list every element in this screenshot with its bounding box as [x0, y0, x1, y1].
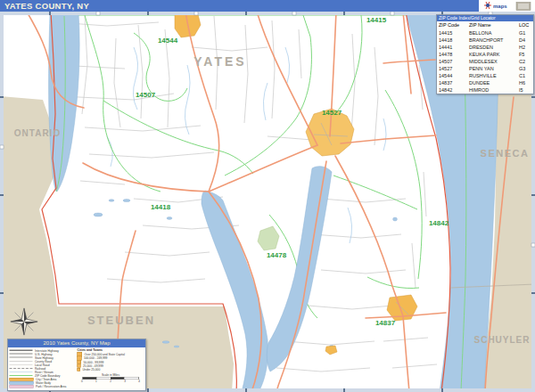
map-page: YATES COUNTY, NY maps	[0, 0, 535, 392]
zip-index-row: 14415BELLONAG1	[437, 29, 533, 37]
svg-text:14478: 14478	[267, 251, 287, 259]
zip-code-index-panel: ZIP Code Index/Grid Locator ZIP Code ZIP…	[436, 14, 534, 94]
svg-text:maps: maps	[493, 4, 507, 9]
svg-text:ONTARIO: ONTARIO	[14, 128, 61, 138]
zip-index-row: 14544RUSHVILLEC1	[437, 72, 533, 79]
svg-text:14527: 14527	[322, 109, 342, 117]
svg-text:14415: 14415	[366, 16, 387, 24]
legend-road-symbols: Interstate Highway U.S. Highway State Hi…	[10, 348, 78, 388]
svg-text:14507: 14507	[136, 91, 156, 99]
legend-title: 2010 Yates County, NY Map	[8, 339, 145, 347]
brand-logo-icon: maps	[481, 1, 534, 12]
zip-index-row: 14507MIDDLESEXC2	[437, 58, 533, 65]
zip-index-row: 14441DRESDENH2	[437, 44, 533, 51]
svg-text:14544: 14544	[158, 37, 178, 45]
svg-text:14842: 14842	[429, 219, 449, 227]
svg-text:SCHUYLER: SCHUYLER	[473, 335, 530, 345]
svg-text:SENECA: SENECA	[481, 148, 530, 159]
svg-text:14837: 14837	[375, 319, 396, 327]
compass-rose-icon	[9, 306, 39, 337]
zip-index-row: 14837DUNDEEH6	[437, 79, 533, 86]
zip-index-row: 14418BRANCHPORTD4	[437, 37, 533, 44]
zip-index-column-headers: ZIP Code ZIP Name LOC	[437, 21, 533, 29]
zip-index-header: ZIP Code Index/Grid Locator	[437, 15, 533, 21]
legend-cities: Cities and Towns Over 250,000 and State …	[78, 348, 144, 388]
zip-index-row: 14842HIMRODI5	[437, 86, 533, 94]
svg-text:14418: 14418	[151, 203, 171, 211]
svg-text:YATES: YATES	[193, 54, 246, 69]
page-title: YATES COUNTY, NY	[4, 1, 89, 11]
zip-index-row: 14527PENN YANG3	[437, 65, 533, 72]
svg-text:STEUBEN: STEUBEN	[87, 314, 155, 327]
brand-logo: maps	[479, 0, 535, 12]
scale-bar: Scale in Miles 01 23 4	[78, 373, 144, 382]
map-legend: 2010 Yates County, NY Map Interstate Hig…	[7, 339, 146, 391]
zip-index-row: 14478KEUKA PARKF5	[437, 51, 533, 58]
title-banner: YATES COUNTY, NY	[0, 0, 535, 12]
